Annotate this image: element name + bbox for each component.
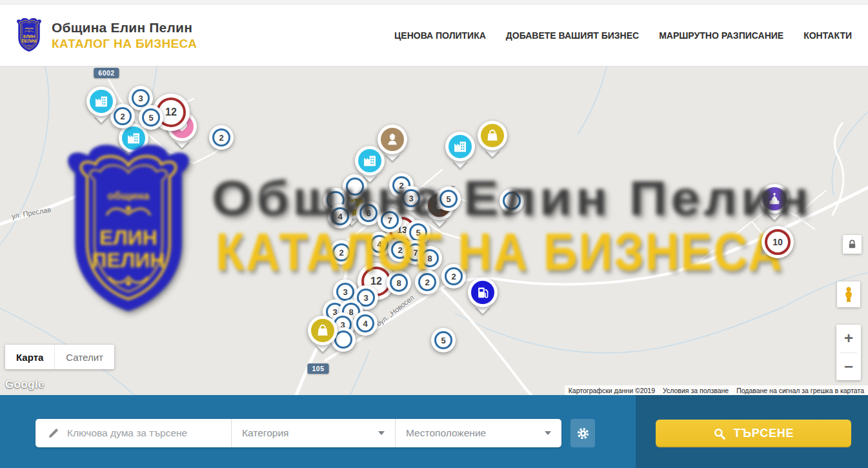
pencil-icon xyxy=(47,427,59,440)
search-button[interactable]: ТЪРСЕНЕ xyxy=(656,420,851,447)
map-canvas[interactable]: ул. Преславциябул. „Новосел6002105 32512… xyxy=(0,66,868,395)
map-cluster-marker[interactable]: 3 xyxy=(399,186,423,210)
keyword-field[interactable] xyxy=(35,419,231,447)
map-cluster-marker[interactable]: 7 xyxy=(378,208,402,232)
chevron-down-icon xyxy=(378,431,385,435)
map-pin-building[interactable] xyxy=(445,132,475,161)
map-pin-fuel[interactable] xyxy=(468,278,498,307)
map-pin-bag[interactable] xyxy=(308,316,338,345)
zoom-in-button[interactable]: + xyxy=(836,325,861,352)
location-select-value: Местоположение xyxy=(406,427,486,439)
map-cluster-marker[interactable]: 8 xyxy=(387,270,411,295)
map-cluster-marker[interactable]: 2 xyxy=(441,264,466,289)
map-pin-building[interactable] xyxy=(86,86,116,116)
municipality-crest-icon xyxy=(14,17,44,54)
map-cluster-marker[interactable]: 2 xyxy=(415,270,439,294)
window-top-strip xyxy=(0,0,868,5)
category-select-value: Категория xyxy=(242,427,288,439)
map-type-map-button[interactable]: Карта xyxy=(5,345,54,369)
main-nav: ЦЕНОВА ПОЛИТИКАДОБАВЕТЕ ВАШИЯТ БИЗНЕСМАР… xyxy=(394,30,868,41)
road-badge: 6002 xyxy=(94,68,119,78)
chevron-down-icon xyxy=(545,431,551,435)
nav-item[interactable]: МАРШРУТНО РАЗПИСАНИЕ xyxy=(659,30,783,41)
gear-icon xyxy=(576,427,590,440)
nav-item[interactable]: ДОБАВЕТЕ ВАШИЯТ БИЗНЕС xyxy=(506,30,639,41)
zoom-control: + − xyxy=(836,325,861,380)
header-logo[interactable]: Община Елин Пелин КАТАЛОГ НА БИЗНЕСА xyxy=(0,17,197,54)
map-cluster-marker[interactable]: 4 xyxy=(328,204,352,229)
attribution-link[interactable]: Условия за ползване xyxy=(659,387,732,394)
map-cluster-marker[interactable] xyxy=(500,188,524,213)
nav-item[interactable]: КОНТАКТИ xyxy=(803,30,852,41)
map-pin-bag[interactable] xyxy=(478,121,507,150)
zoom-out-button[interactable]: − xyxy=(836,353,861,381)
site-subtitle: КАТАЛОГ НА БИЗНЕСА xyxy=(52,37,197,51)
map-cluster-marker[interactable]: 4 xyxy=(353,311,378,336)
page: Община Елин Пелин КАТАЛОГ НА БИЗНЕСА ЦЕН… xyxy=(0,0,868,468)
search-button-label: ТЪРСЕНЕ xyxy=(734,427,794,440)
search-icon xyxy=(713,427,726,440)
map-attribution: Картографски данни ©2019Условия за ползв… xyxy=(565,385,868,395)
map-cluster-marker[interactable]: 5 xyxy=(436,187,461,211)
map-cluster-marker[interactable]: 10 xyxy=(762,226,794,258)
map-cluster-marker[interactable]: 2 xyxy=(329,240,354,265)
category-select[interactable]: Категория xyxy=(231,419,395,447)
search-fields: Категория Местоположение xyxy=(35,419,561,447)
map-pin-church[interactable] xyxy=(760,184,789,214)
google-logo[interactable]: Google xyxy=(5,378,45,391)
search-button-panel: ТЪРСЕНЕ xyxy=(636,395,868,468)
map-cluster-marker[interactable]: 5 xyxy=(139,105,163,130)
lock-button[interactable] xyxy=(843,235,862,254)
map-pin-worker[interactable] xyxy=(378,125,407,154)
map-type-satellite-button[interactable]: Сателит xyxy=(54,345,114,369)
keyword-input[interactable] xyxy=(67,427,231,439)
map-cluster-marker[interactable]: 2 xyxy=(209,125,234,150)
site-title: Община Елин Пелин xyxy=(52,20,197,36)
site-title-block: Община Елин Пелин КАТАЛОГ НА БИЗНЕСА xyxy=(52,20,197,51)
road-badge: 105 xyxy=(307,363,328,374)
map-cluster-marker[interactable]: 8 xyxy=(418,246,442,270)
nav-item[interactable]: ЦЕНОВА ПОЛИТИКА xyxy=(394,30,486,41)
lock-icon xyxy=(847,239,858,250)
attribution-link[interactable]: Подаване на сигнал за грешка в картата xyxy=(732,387,868,394)
map-cluster-marker[interactable]: 5 xyxy=(431,328,456,352)
pegman-icon xyxy=(842,286,855,303)
location-select[interactable]: Местоположение xyxy=(395,419,561,447)
search-bar: Категория Местоположение ТЪРСЕНЕ xyxy=(0,395,868,468)
pegman-control[interactable] xyxy=(837,281,860,307)
attribution-text: Картографски данни ©2019 xyxy=(565,387,659,394)
advanced-settings-button[interactable] xyxy=(570,419,595,447)
site-header: Община Елин Пелин КАТАЛОГ НА БИЗНЕСА ЦЕН… xyxy=(0,5,868,66)
map-type-control: Карта Сателит xyxy=(5,345,114,369)
